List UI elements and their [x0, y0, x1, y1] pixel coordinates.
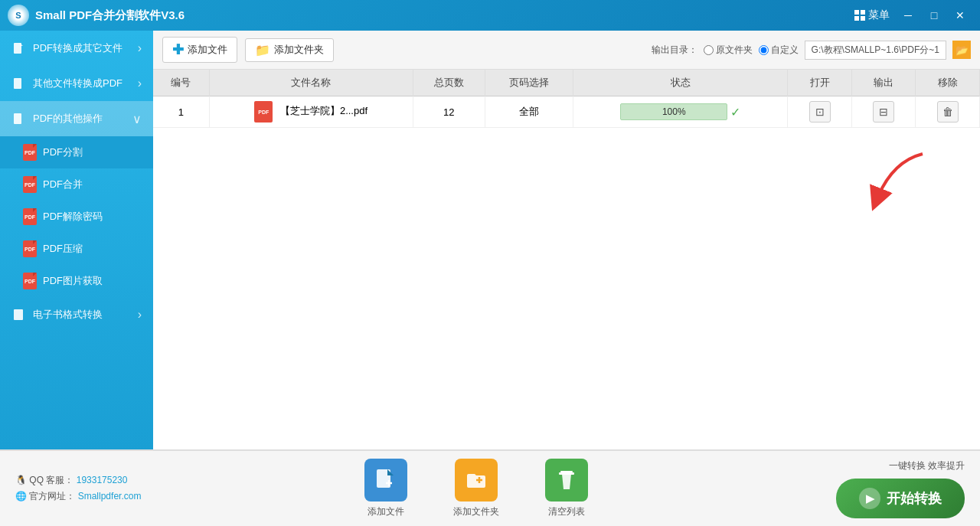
cell-filename: 【芝士学院】2...pdf — [280, 105, 368, 116]
radio-custom-input[interactable] — [759, 45, 769, 55]
radio-custom[interactable]: 自定义 — [759, 44, 799, 57]
cell-remove[interactable]: 🗑 — [916, 96, 980, 128]
sidebar-sub-pdf-password-label: PDF解除密码 — [43, 210, 103, 224]
radio-original-input[interactable] — [704, 45, 714, 55]
pdf-convert-icon — [11, 41, 27, 56]
add-folder-label: 添加文件夹 — [274, 43, 324, 57]
sidebar-item-pdf-convert[interactable]: PDF转换成其它文件 › — [0, 31, 153, 66]
sidebar-sub-pdf-merge-label: PDF合并 — [43, 178, 83, 191]
open-icon: ⊡ — [815, 106, 825, 118]
pdf-row-icon: PDF — [254, 101, 273, 123]
play-icon: ▶ — [859, 488, 880, 509]
qq-label: QQ 客服： — [29, 475, 74, 485]
add-folder-icon: 📁 — [255, 43, 270, 57]
app-title: Small PDF合并分割软件V3.6 — [35, 8, 848, 23]
remove-button[interactable]: 🗑 — [937, 101, 959, 123]
table-header-row: 编号 文件名称 总页数 页码选择 状态 打开 输出 移除 — [153, 70, 980, 96]
bottom-clear-label: 清空列表 — [548, 505, 585, 518]
table-row: 1 PDF 【芝士学院】2...pdf 12 全部 100% — [153, 96, 980, 128]
sidebar-arrow-2: ∨ — [132, 112, 142, 126]
browse-button[interactable]: 📂 — [952, 41, 971, 59]
main-layout: PDF转换成其它文件 › 其他文件转换成PDF › PDF的其他操作 ∨ PDF… — [0, 31, 980, 449]
bottom-add-folder-label: 添加文件夹 — [453, 505, 499, 518]
bottom-add-file-label: 添加文件 — [368, 505, 404, 518]
bottom-add-file[interactable]: 添加文件 — [364, 459, 407, 518]
cell-open[interactable]: ⊡ — [788, 96, 851, 128]
sidebar-item-other-ops[interactable]: PDF的其他操作 ∨ — [0, 101, 153, 136]
menu-button[interactable]: 菜单 — [848, 5, 896, 25]
progress-text: 100% — [662, 106, 686, 117]
bottom-info: 🐧 QQ 客服： 1933175230 🌐 官方网址： Smallpdfer.c… — [15, 474, 141, 503]
sidebar-sub-pdf-compress[interactable]: PDF PDF压缩 — [0, 233, 153, 265]
sidebar-sub-pdf-password[interactable]: PDF PDF解除密码 — [0, 201, 153, 233]
sidebar-item-other-ops-label: PDF的其他操作 — [33, 112, 132, 126]
web-info: 🌐 官方网址： Smallpdfer.com — [15, 490, 141, 503]
window-controls: ─ □ ✕ — [896, 5, 972, 26]
bottom-clear-icon — [545, 459, 588, 501]
check-icon: ✓ — [730, 105, 740, 119]
sidebar-arrow-0: › — [138, 41, 142, 55]
add-file-label: 添加文件 — [188, 43, 227, 57]
browse-icon: 📂 — [956, 44, 969, 56]
col-remove: 移除 — [916, 70, 980, 96]
sidebar-item-to-pdf[interactable]: 其他文件转换成PDF › — [0, 66, 153, 101]
other-ops-icon — [11, 111, 27, 126]
ebook-icon — [11, 307, 27, 322]
bottom-add-folder[interactable]: 添加文件夹 — [453, 459, 499, 518]
add-file-icon: ✚ — [172, 41, 184, 58]
sidebar-arrow-3: › — [138, 308, 142, 322]
svg-rect-11 — [559, 472, 574, 475]
col-id: 编号 — [153, 70, 209, 96]
radio-original-label: 原文件夹 — [716, 44, 753, 57]
bottom-bar: 🐧 QQ 客服： 1933175230 🌐 官方网址： Smallpdfer.c… — [0, 449, 980, 526]
bottom-right: 一键转换 效率提升 ▶ 开始转换 — [812, 459, 965, 518]
web-label: 官方网址： — [29, 491, 75, 501]
bottom-add-folder-icon — [455, 459, 498, 501]
cell-id: 1 — [153, 96, 209, 128]
title-bar: S Small PDF合并分割软件V3.6 菜单 ─ □ ✕ — [0, 0, 980, 31]
red-arrow — [861, 146, 938, 215]
svg-rect-1 — [14, 78, 21, 89]
sidebar-item-ebook[interactable]: 电子书格式转换 › — [0, 297, 153, 332]
svg-rect-2 — [14, 113, 21, 124]
pdf-split-icon: PDF — [23, 144, 37, 161]
svg-rect-3 — [14, 309, 23, 320]
windows-icon — [854, 10, 865, 21]
cell-pages: 12 — [413, 96, 485, 128]
cell-output[interactable]: ⊟ — [851, 96, 915, 128]
maximize-button[interactable]: □ — [922, 5, 946, 26]
sidebar-sub-pdf-image[interactable]: PDF PDF图片获取 — [0, 265, 153, 297]
start-button[interactable]: ▶ 开始转换 — [836, 479, 965, 518]
col-open: 打开 — [788, 70, 851, 96]
output-label: 输出目录： — [652, 44, 697, 57]
close-button[interactable]: ✕ — [948, 5, 972, 26]
qq-icon: 🐧 — [15, 475, 27, 485]
output-path: G:\教程\SMALLP~1.6\PDF分~1 — [805, 41, 946, 60]
col-page-select: 页码选择 — [485, 70, 573, 96]
menu-label: 菜单 — [868, 8, 890, 22]
minimize-button[interactable]: ─ — [896, 5, 920, 26]
add-folder-button[interactable]: 📁 添加文件夹 — [245, 38, 334, 62]
svg-rect-10 — [560, 471, 573, 472]
web-icon: 🌐 — [15, 491, 27, 501]
radio-original[interactable]: 原文件夹 — [704, 44, 753, 57]
content-area: ✚ 添加文件 📁 添加文件夹 输出目录： 原文件夹 自定义 — [153, 31, 980, 449]
sidebar: PDF转换成其它文件 › 其他文件转换成PDF › PDF的其他操作 ∨ PDF… — [0, 31, 153, 449]
sidebar-sub-pdf-image-label: PDF图片获取 — [43, 274, 103, 288]
bottom-actions: 添加文件 添加文件夹 清空列表 — [141, 459, 812, 518]
add-file-button[interactable]: ✚ 添加文件 — [162, 37, 237, 63]
col-pages: 总页数 — [413, 70, 485, 96]
col-name: 文件名称 — [209, 70, 413, 96]
bottom-add-file-icon — [364, 459, 407, 501]
qq-number[interactable]: 1933175230 — [77, 475, 128, 485]
radio-custom-label: 自定义 — [771, 44, 799, 57]
bottom-clear-list[interactable]: 清空列表 — [545, 459, 588, 518]
open-button[interactable]: ⊡ — [809, 101, 831, 123]
output-button[interactable]: ⊟ — [873, 101, 894, 123]
sidebar-sub-pdf-merge[interactable]: PDF PDF合并 — [0, 168, 153, 201]
sidebar-item-to-pdf-label: 其他文件转换成PDF — [33, 77, 138, 90]
pdf-compress-icon: PDF — [23, 240, 37, 257]
sidebar-sub-pdf-split[interactable]: PDF PDF分割 — [0, 136, 153, 168]
web-url[interactable]: Smallpdfer.com — [78, 491, 142, 501]
sidebar-sub-pdf-split-label: PDF分割 — [43, 145, 83, 159]
